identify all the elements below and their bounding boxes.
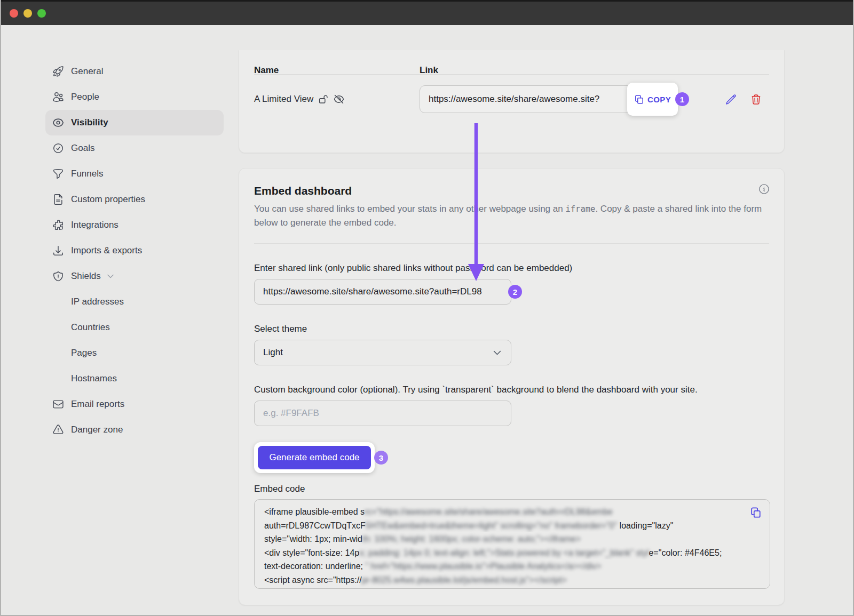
edit-shared-link-button[interactable]: [725, 94, 737, 105]
traffic-light-minimize-button[interactable]: [23, 9, 32, 18]
sidebar-item-countries[interactable]: Countries: [45, 315, 224, 340]
sidebar-item-danger-zone[interactable]: Danger zone: [45, 417, 224, 443]
traffic-light-zoom-button[interactable]: [37, 9, 46, 18]
iframe-code-word: iframe: [565, 204, 595, 214]
sidebar-item-label: Hostnames: [71, 373, 117, 384]
sidebar-item-label: Imports & exports: [71, 245, 142, 256]
shared-link-row: A Limited View: [254, 85, 769, 113]
info-icon: [758, 183, 770, 195]
shared-link-name: A Limited View: [254, 94, 313, 105]
sidebar-item-funnels[interactable]: Funnels: [45, 161, 224, 187]
sidebar-item-label: Visibility: [71, 117, 108, 128]
copy-icon: [634, 94, 644, 105]
lock-open-icon: [318, 94, 329, 105]
sidebar-item-goals[interactable]: Goals: [45, 135, 224, 161]
embed-code-label: Embed code: [254, 484, 769, 494]
people-icon: [52, 91, 64, 103]
sidebar-item-label: Countries: [71, 322, 110, 333]
delete-shared-link-button[interactable]: [750, 94, 762, 105]
info-button[interactable]: [758, 183, 770, 195]
column-header-link: Link: [420, 65, 438, 74]
check-circle-icon: [52, 142, 64, 154]
step-badge-3: 3: [374, 451, 388, 465]
embed-dashboard-title: Embed dashboard: [254, 169, 769, 197]
eye-off-icon: [334, 94, 344, 105]
funnel-icon: [52, 168, 64, 180]
sidebar-item-general[interactable]: General: [45, 59, 224, 84]
traffic-light-close-button[interactable]: [10, 9, 18, 18]
sidebar-item-label: People: [71, 92, 99, 102]
sidebar-item-shields[interactable]: Shields: [45, 263, 224, 289]
settings-main: Name Link A Limited View: [239, 50, 785, 605]
sidebar-item-label: Funnels: [71, 169, 103, 179]
sidebar-item-pages[interactable]: Pages: [45, 340, 224, 366]
sidebar-item-integrations[interactable]: Integrations: [45, 212, 224, 238]
theme-select-label: Select theme: [254, 324, 769, 334]
sidebar-item-imports-exports[interactable]: Imports & exports: [45, 238, 224, 263]
eye-icon: [52, 117, 64, 129]
copy-button[interactable]: COPY: [627, 83, 678, 116]
embed-code-content: <iframe plausible-embed src="https://awe…: [264, 505, 760, 587]
chevron-down-icon: [492, 348, 502, 358]
sidebar-item-label: Pages: [71, 348, 97, 358]
step-badge-2: 2: [508, 285, 522, 299]
step-badge-1: 1: [675, 92, 689, 106]
chevron-down-icon: [106, 272, 115, 281]
window-titlebar: [1, 0, 853, 25]
document-icon: [52, 194, 64, 205]
envelope-icon: [52, 398, 64, 410]
shared-links-table-header: Name Link: [254, 50, 769, 74]
puzzle-icon: [52, 219, 64, 231]
pencil-icon: [725, 94, 737, 105]
sidebar-item-label: IP addresses: [71, 297, 124, 307]
theme-select-value: Light: [263, 347, 283, 358]
sidebar-item-ip-addresses[interactable]: IP addresses: [45, 289, 224, 315]
trash-icon: [750, 94, 762, 105]
sidebar-item-label: Email reports: [71, 399, 124, 410]
generate-button-callout: Generate embed code 3: [254, 442, 375, 473]
shared-links-card: Name Link A Limited View: [239, 50, 785, 153]
embed-shared-link-input[interactable]: [254, 279, 511, 305]
embed-dashboard-card: Embed dashboard You can use shared links…: [239, 168, 785, 605]
column-header-name: Name: [254, 65, 420, 74]
embed-code-box[interactable]: <iframe plausible-embed src="https://awe…: [254, 499, 770, 589]
copy-icon: [750, 507, 762, 518]
sidebar-item-custom-properties[interactable]: Custom properties: [45, 187, 224, 212]
download-icon: [52, 245, 64, 257]
rocket-icon: [52, 66, 64, 77]
shield-icon: [52, 270, 64, 282]
app-window: General People Visibility Goals: [0, 0, 854, 616]
copy-label: COPY: [647, 95, 671, 104]
settings-sidebar: General People Visibility Goals: [45, 59, 224, 443]
sidebar-item-label: Goals: [71, 143, 94, 154]
generate-embed-code-button[interactable]: Generate embed code: [258, 446, 371, 469]
sidebar-item-label: Shields: [71, 271, 101, 282]
sidebar-item-label: Custom properties: [71, 194, 145, 205]
theme-select[interactable]: Light: [254, 340, 511, 365]
warning-icon: [52, 424, 64, 436]
sidebar-item-people[interactable]: People: [45, 84, 224, 110]
sidebar-item-visibility[interactable]: Visibility: [45, 110, 224, 135]
sidebar-item-label: General: [71, 66, 103, 77]
embed-code-copy-button[interactable]: [750, 507, 762, 518]
sidebar-item-label: Integrations: [71, 220, 118, 230]
sidebar-item-hostnames[interactable]: Hostnames: [45, 366, 224, 391]
sidebar-item-email-reports[interactable]: Email reports: [45, 391, 224, 417]
shared-link-field-label: Enter shared link (only public shared li…: [254, 263, 769, 274]
embed-dashboard-description: You can use shared links to embed your s…: [254, 202, 765, 230]
background-color-label: Custom background color (optional). Try …: [254, 385, 769, 395]
table-divider: [254, 74, 769, 75]
section-divider: [254, 243, 769, 244]
sidebar-item-label: Danger zone: [71, 425, 123, 435]
background-color-input[interactable]: [254, 401, 511, 426]
